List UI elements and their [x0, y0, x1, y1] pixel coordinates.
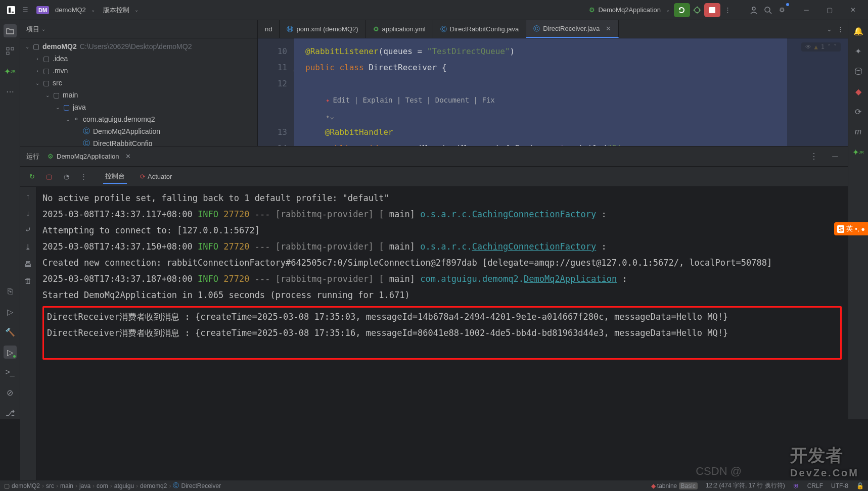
ai-spark-icon: ✦ — [326, 96, 330, 104]
run-tab[interactable]: ⚙ DemoMq2Application ✕ — [48, 153, 131, 160]
tab-truncated[interactable]: nd — [258, 20, 280, 38]
svg-rect-13 — [11, 47, 14, 50]
project-menu[interactable]: DM demoMQ2 ⌄ — [32, 6, 99, 14]
tree-node-package[interactable]: ⌄⚬com.atguigu.demomq2 — [20, 113, 257, 125]
more-actions-icon[interactable]: ⋮ — [720, 3, 735, 17]
scroll-down-icon[interactable]: ↓ — [26, 209, 30, 217]
bookmarks-icon[interactable]: ⎘ — [4, 285, 17, 298]
chevron-down-icon: ⌄ — [91, 7, 95, 13]
ime-indicator[interactable]: S英 •, ● — [834, 222, 868, 235]
debug-tool-icon[interactable]: ▷ — [4, 305, 17, 318]
highlighted-output: DirectReceiver消费者收到消息 : {createTime=2025… — [42, 306, 842, 360]
hide-panel-icon[interactable]: ─ — [829, 150, 842, 163]
database-icon[interactable] — [852, 65, 865, 78]
project-badge: DM — [36, 6, 49, 14]
readonly-icon[interactable]: 🔓 — [856, 482, 864, 489]
run-button[interactable] — [674, 3, 690, 17]
debug-button[interactable] — [690, 3, 704, 17]
tab-config[interactable]: ⒸDirectRabbitConfig.java — [433, 20, 527, 38]
actuator-tab[interactable]: ⟳Actuator — [140, 173, 172, 180]
main-menu-icon[interactable]: ☰ — [18, 3, 32, 17]
ai-assist-icon[interactable]: ✦ — [852, 44, 865, 58]
close-tab-icon[interactable]: ✕ — [606, 25, 611, 32]
tree-node-java[interactable]: ⌄▢java — [20, 101, 257, 113]
caret-position[interactable]: 12:2 (474 字符, 17 行 换行符) — [706, 481, 785, 490]
jrebel-tool-icon[interactable]: ✦JR — [4, 65, 17, 78]
tabnine-status[interactable]: ◆ tabnine Basic — [651, 482, 698, 489]
tabnine-icon[interactable]: ◆ — [852, 85, 865, 98]
stop-button[interactable] — [704, 3, 720, 17]
ai-actions[interactable]: Edit | Explain | Test | Document | Fix — [333, 96, 494, 104]
run-toolbar: ↻ ▢ ◔ ⋮ 控制台 ⟳Actuator — [20, 167, 848, 187]
svg-point-3 — [695, 8, 700, 13]
run-panel: 运行 ⚙ DemoMq2Application ✕ ⋮ ─ ↻ ▢ ◔ ⋮ 控制… — [20, 146, 848, 480]
run-config-selector[interactable]: ⚙ DemoMq2Application ⌄ — [585, 6, 674, 14]
rerun-icon[interactable]: ↻ — [26, 171, 37, 182]
tree-node-class-app[interactable]: ⒸDemoMq2Application — [20, 125, 257, 137]
problems-tool-icon[interactable]: ⊘ — [4, 386, 17, 399]
console-output[interactable]: No active profile set, falling back to 1… — [36, 187, 848, 480]
search-icon[interactable] — [761, 3, 775, 17]
more-tools-icon[interactable]: ⋯ — [4, 85, 17, 98]
vcs-menu[interactable]: 版本控制 ⌄ — [99, 6, 143, 15]
settings-icon[interactable]: ⚙ — [775, 3, 789, 17]
chevron-down-icon: ⌄ — [41, 26, 45, 32]
account-icon[interactable] — [747, 3, 761, 17]
build-tool-icon[interactable]: 🔨 — [4, 325, 17, 338]
tab-more-icon[interactable]: ⋮ — [837, 25, 844, 33]
tree-node-idea[interactable]: ›▢.idea — [20, 53, 257, 65]
maximize-button[interactable]: ▢ — [818, 3, 841, 18]
app-logo-icon[interactable] — [4, 3, 18, 17]
tree-node-main[interactable]: ⌄▢main — [20, 89, 257, 101]
console-rail: ↑ ↓ ⤶ ⤓ 🖶 🗑 — [20, 187, 36, 480]
print-icon[interactable]: 🖶 — [24, 260, 32, 268]
structure-tool-icon[interactable] — [4, 44, 17, 58]
chevron-down-icon: ⌄ — [666, 7, 670, 13]
svg-point-15 — [855, 68, 861, 71]
svg-rect-1 — [9, 8, 11, 13]
titlebar: ☰ DM demoMQ2 ⌄ 版本控制 ⌄ ⚙ DemoMq2Applicati… — [0, 0, 868, 20]
close-button[interactable]: ✕ — [842, 3, 864, 18]
maven-m-icon[interactable]: m — [852, 125, 865, 138]
toolbar-more-icon[interactable]: ⋮ — [78, 171, 89, 182]
dashboard-icon[interactable]: ◔ — [61, 171, 72, 182]
jrebel-right-icon[interactable]: ✦JR — [852, 145, 865, 159]
close-run-tab-icon[interactable]: ✕ — [125, 153, 131, 160]
right-tool-rail: 🔔 ✦ ◆ ⟳ m ✦JR — [848, 20, 868, 419]
tree-root[interactable]: ⌄▢ demoMQ2 C:\Users\20629\Desktop\demoMQ… — [20, 40, 257, 53]
scroll-end-icon[interactable]: ⤓ — [25, 242, 31, 252]
clear-icon[interactable]: 🗑 — [24, 276, 32, 285]
svg-rect-14 — [7, 52, 9, 55]
left-tool-rail: ✦JR ⋯ ⎘ ▷ 🔨 ▷ >_ ⊘ ⎇ — [0, 20, 20, 419]
line-separator[interactable]: CRLF — [807, 482, 823, 489]
tab-pom[interactable]: Ⓜpom.xml (demoMQ2) — [280, 20, 366, 38]
tab-dropdown-icon[interactable]: ⌄ — [827, 25, 832, 33]
scroll-up-icon[interactable]: ↑ — [26, 192, 30, 201]
terminal-tool-icon[interactable]: >_ — [4, 366, 17, 379]
project-panel-header[interactable]: 项目 ⌄ — [20, 20, 257, 38]
shield-icon[interactable]: ⛨ — [793, 482, 799, 489]
run-more-icon[interactable]: ⋮ — [807, 150, 820, 163]
status-bar: ▢ demoMQ2› src› main› java› com› atguigu… — [0, 480, 868, 491]
run-tool-icon[interactable]: ▷ — [4, 346, 17, 359]
run-panel-header: 运行 ⚙ DemoMq2Application ✕ ⋮ ─ — [20, 146, 848, 167]
notifications-icon[interactable]: 🔔 — [852, 24, 865, 37]
stop-process-icon[interactable]: ▢ — [43, 171, 55, 182]
file-encoding[interactable]: UTF-8 — [831, 482, 848, 489]
svg-rect-0 — [7, 6, 15, 14]
git-tool-icon[interactable]: ⎇ — [4, 406, 17, 419]
tree-node-mvn[interactable]: ›▢.mvn — [20, 65, 257, 77]
breadcrumb[interactable]: ▢ demoMQ2› src› main› java› com› atguigu… — [4, 481, 221, 490]
tab-yml[interactable]: ⚙application.yml — [366, 20, 433, 38]
ai-expand-icon[interactable]: ✦⌄ — [326, 112, 334, 120]
soft-wrap-icon[interactable]: ⤶ — [25, 225, 31, 234]
services-icon[interactable]: ⟳ — [852, 105, 865, 118]
tree-node-src[interactable]: ⌄▢src — [20, 77, 257, 89]
svg-point-10 — [765, 7, 770, 12]
console-tab[interactable]: 控制台 — [103, 170, 127, 184]
svg-rect-12 — [7, 47, 9, 50]
run-config-icon: ⚙ — [589, 6, 595, 14]
tab-receiver[interactable]: ⒸDirectReceiver.java✕ — [526, 20, 619, 38]
minimize-button[interactable]: ─ — [795, 3, 817, 18]
project-tool-icon[interactable] — [4, 24, 17, 37]
